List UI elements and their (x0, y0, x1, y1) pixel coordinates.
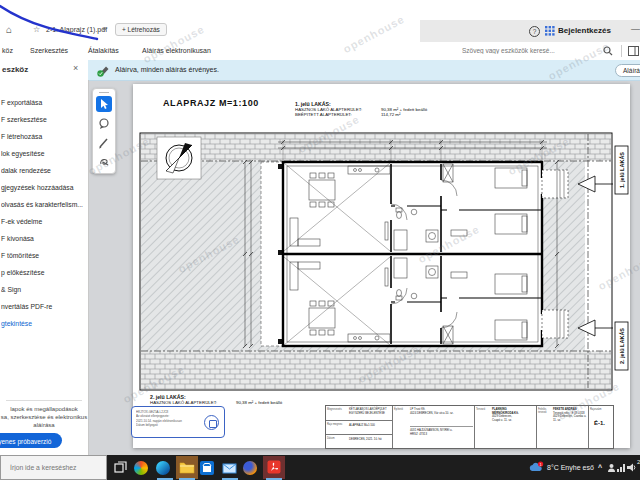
apartment1-built-area: 114,72 m² (381, 112, 400, 117)
road-band-bottom (141, 351, 611, 389)
toolbar-drag-handle[interactable] (99, 92, 109, 93)
left-porch (261, 162, 283, 346)
sidebar-item-protect-pdf[interactable]: F-ek védelme (1, 214, 87, 229)
weather-icon[interactable]: 1 (528, 461, 544, 474)
promo-line-2: sa, szerkesztése és elektronikus (0, 414, 88, 420)
edge-browser-icon[interactable] (156, 461, 170, 475)
digital-signature-stamp[interactable]: HKJTOX-GEZ5A-L2JC8 Az okiratot ellenjegy… (131, 406, 225, 438)
apartment2-net-area: 90,38 m² + fedett beálló (236, 400, 282, 405)
stamp-seal-icon (204, 415, 219, 430)
apartment1-area-info: 1. jelű LAKÁS: HASZNOS LAKÓ ALAPTERÜLET:… (295, 101, 427, 117)
sidebar-item-compress-pdf[interactable]: F tömörítése (1, 248, 87, 263)
file-explorer-icon (176, 456, 198, 479)
home-icon[interactable]: ⌂ (6, 24, 12, 35)
sign-in-button[interactable]: Bejelentkezés (558, 26, 611, 35)
firefox-browser-icon[interactable] (243, 461, 257, 475)
signature-squiggle-icon (96, 154, 112, 170)
apartment2-area-info: 2. jelű LAKÁS: HASZNOS LAKÓ ALAPTERÜLET:… (150, 394, 282, 405)
sidebar-item-convert-to-pdf[interactable]: nvertálás PDF-re (1, 299, 87, 314)
menu-all-tools[interactable]: köz (2, 47, 13, 54)
network-icon[interactable] (617, 463, 626, 472)
acrobat-search-input[interactable] (460, 46, 584, 55)
comment-icon (96, 116, 112, 132)
pen-icon (96, 135, 112, 151)
ms-store-icon[interactable] (200, 461, 214, 475)
comment-tool-button[interactable] (96, 116, 112, 132)
store-glyph (200, 461, 214, 475)
drawing-number: É-1. (594, 420, 605, 426)
tools-panel-close-icon[interactable]: × (73, 63, 78, 73)
mail-icon[interactable] (221, 459, 238, 476)
sidebar-item-combine-files[interactable]: lok egyesítése (1, 146, 87, 161)
building (283, 162, 542, 346)
signature-status-message: Aláírva, minden aláírás érvényes. (115, 66, 219, 73)
user-tray-icon[interactable] (607, 463, 616, 472)
acrobat-app-highlight[interactable] (263, 456, 285, 479)
sidebar-item-prepare-form[interactable]: p előkészítése (1, 265, 87, 280)
road-band-top (141, 134, 611, 161)
window-top-strip (0, 0, 640, 20)
menu-convert[interactable]: Átalakítás (88, 47, 119, 54)
favorite-star-icon[interactable]: ☆ (33, 25, 40, 34)
sidebar-view-all-tools-link[interactable]: gtekintése (1, 316, 87, 331)
create-tab-button[interactable]: + Létrehozás (115, 23, 167, 36)
tools-panel-title: eszköz (2, 65, 28, 74)
taskbar-search-input[interactable] (8, 463, 112, 472)
promo-line-1: lapok és megállapodások (0, 406, 88, 412)
taskbar-search-box[interactable] (0, 455, 107, 480)
cursor-arrow-icon (96, 96, 112, 112)
file-explorer-highlight[interactable] (176, 456, 198, 479)
signature-panel-button[interactable]: Aláíráspanel (615, 64, 640, 77)
acrobat-icon (263, 456, 285, 479)
pen-tool-button[interactable] (96, 135, 112, 151)
title-block: Megnevezés KÉTLAKÁSOS LAKÓÉPÜLET EGYSZER… (325, 405, 614, 449)
side-panel-toggle-icon[interactable] (628, 46, 639, 56)
signature-tool-button[interactable] (96, 154, 112, 170)
cortana-icon[interactable] (134, 461, 148, 475)
sidebar-item-add-comments[interactable]: gjegyzések hozzáadása (1, 180, 87, 195)
weather-temperature[interactable]: 8°C Enyhe eső (547, 464, 594, 471)
document-tab-title[interactable]: 2-1. Alaprajz (1).pdf (46, 26, 107, 33)
side-label-apartment1: 1. jelű LAKÁS (619, 152, 625, 188)
sidebar-item-create-pdf[interactable]: F létrehozása (1, 129, 87, 144)
minimize-icon[interactable]: — (631, 24, 640, 34)
sidebar-divider (6, 400, 82, 401)
sidebar-item-edit-pdf[interactable]: F szerkesztése (1, 112, 87, 127)
sidebar-item-organize-pages[interactable]: dalak rendezése (1, 163, 87, 178)
help-icon[interactable]: ? (529, 26, 540, 37)
volume-icon[interactable] (627, 463, 636, 472)
sidebar-item-extract-pdf[interactable]: F kivonása (1, 231, 87, 246)
menu-esign[interactable]: Aláírás elektronikusan (142, 47, 211, 54)
sidebar-item-fill-sign[interactable]: & Sign (1, 282, 87, 297)
signature-valid-icon (96, 65, 110, 77)
tab-close-icon[interactable]: × (102, 24, 107, 33)
sidebar-item-scan-ocr[interactable]: olvasás és karakterfelism... (1, 197, 87, 212)
side-label-apartment2: 2. jelű LAKÁS (619, 328, 625, 364)
app-grid-icon[interactable] (545, 26, 555, 36)
promo-line-3: aláírása (0, 422, 88, 428)
north-compass-icon (157, 137, 201, 179)
menu-edit[interactable]: Szerkesztés (30, 47, 68, 54)
select-tool-button[interactable] (96, 96, 112, 112)
search-icon[interactable] (603, 46, 613, 56)
quick-tools-toolbar[interactable] (92, 88, 116, 174)
sidebar-item-export-pdf[interactable]: F exportálása (1, 95, 87, 110)
tray-expand-chevron[interactable]: ^ (598, 464, 602, 471)
pdf-page[interactable]: 1. jelű LAKÁS 2. jelű LAKÁS ALAPRAJZ M=1… (133, 84, 630, 448)
task-view-icon[interactable] (112, 459, 129, 476)
free-trial-button[interactable]: gyenes próbaverzió (0, 433, 62, 448)
tools-sidebar: F exportálása F szerkesztése F létrehozá… (0, 80, 89, 455)
drawing-title: ALAPRAJZ M=1:100 (163, 98, 259, 108)
